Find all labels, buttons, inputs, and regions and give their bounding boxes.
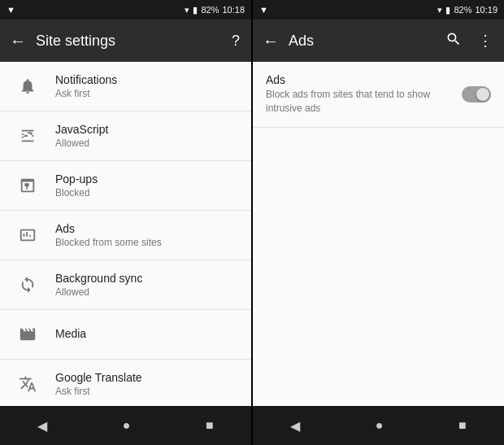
google-translate-icon [13, 369, 42, 399]
status-left: ▼ [7, 5, 15, 15]
popups-text: Pop-ups Blocked [55, 172, 98, 199]
settings-item-google-translate[interactable]: Google Translate Ask first [0, 360, 251, 406]
site-settings-panel: ▼ ▾ ▮ 82% 10:18 ← Site settings ? Notifi… [0, 0, 251, 445]
background-sync-title: Background sync [55, 272, 142, 285]
javascript-icon [13, 121, 42, 151]
back-nav-button-2[interactable]: ◀ [274, 412, 316, 440]
ads-title: Ads [55, 222, 162, 235]
settings-item-media[interactable]: Media [0, 310, 251, 360]
notifications-title: Notifications [55, 73, 117, 86]
media-icon [13, 320, 42, 349]
settings-item-notifications[interactable]: Notifications Ask first [0, 62, 251, 111]
settings-item-popups[interactable]: Pop-ups Blocked [0, 161, 251, 211]
back-button[interactable]: ← [7, 27, 29, 55]
signal-icon: ▼ [7, 5, 15, 15]
notifications-text: Notifications Ask first [55, 73, 117, 99]
ads-content: Ads Block ads from sites that tend to sh… [253, 62, 504, 406]
popups-subtitle: Blocked [55, 187, 98, 199]
recent-nav-button[interactable]: ■ [189, 412, 230, 439]
media-title: Media [55, 327, 86, 340]
settings-list: Notifications Ask first JavaScript Allow… [0, 62, 251, 406]
clock: 10:18 [222, 5, 245, 15]
notifications-subtitle: Ask first [55, 88, 117, 99]
status-left-2: ▼ [259, 5, 268, 15]
background-sync-subtitle: Allowed [55, 286, 142, 298]
settings-item-background-sync[interactable]: Background sync Allowed [0, 260, 251, 310]
ads-toggle[interactable] [462, 86, 491, 103]
nav-bar-left: ◀ ● ■ [0, 406, 251, 445]
ads-setting-title: Ads [266, 73, 449, 86]
ads-panel: ▼ ▾ ▮ 82% 10:19 ← Ads ⋮ Ads Block ads fr… [253, 0, 504, 445]
google-translate-title: Google Translate [55, 371, 142, 384]
popups-title: Pop-ups [55, 172, 98, 185]
ads-page-title: Ads [289, 33, 434, 50]
javascript-title: JavaScript [55, 123, 108, 136]
status-right-2: ▾ ▮ 82% 10:19 [437, 5, 497, 15]
ads-setting-text: Ads Block ads from sites that tend to sh… [266, 73, 449, 116]
ads-top-bar: ← Ads ⋮ [253, 20, 504, 62]
ads-back-button[interactable]: ← [259, 27, 282, 55]
help-icon[interactable]: ? [227, 28, 245, 55]
search-icon[interactable] [441, 26, 467, 56]
notifications-icon [13, 72, 42, 101]
background-sync-text: Background sync Allowed [55, 272, 142, 298]
status-bar-left: ▼ ▾ ▮ 82% 10:18 [0, 0, 251, 20]
popups-icon [13, 171, 42, 200]
ads-subtitle: Blocked from some sites [55, 237, 162, 248]
settings-item-javascript[interactable]: JavaScript Allowed [0, 111, 251, 161]
wifi-icon: ▾ [185, 5, 189, 15]
javascript-subtitle: Allowed [55, 137, 108, 149]
signal-icon-2: ▼ [259, 5, 268, 15]
more-options-icon[interactable]: ⋮ [473, 27, 497, 55]
ads-icon [13, 220, 42, 250]
nav-bar-right: ◀ ● ■ [253, 406, 504, 445]
ads-setting-row[interactable]: Ads Block ads from sites that tend to sh… [253, 62, 504, 128]
status-right: ▾ ▮ 82% 10:18 [185, 5, 245, 15]
recent-nav-button-2[interactable]: ■ [442, 412, 483, 439]
home-nav-button[interactable]: ● [106, 412, 147, 439]
google-translate-subtitle: Ask first [55, 386, 142, 397]
media-text: Media [55, 327, 86, 342]
javascript-text: JavaScript Allowed [55, 123, 108, 149]
battery-percent: 82% [201, 5, 219, 15]
home-nav-button-2[interactable]: ● [359, 412, 400, 439]
battery-icon-2: ▮ [445, 5, 450, 15]
ads-text: Ads Blocked from some sites [55, 222, 162, 248]
google-translate-text: Google Translate Ask first [55, 371, 142, 397]
page-title: Site settings [36, 33, 220, 50]
battery-percent-2: 82% [454, 5, 471, 15]
settings-item-ads[interactable]: Ads Blocked from some sites [0, 211, 251, 260]
wifi-icon-2: ▾ [437, 5, 442, 15]
status-bar-right: ▼ ▾ ▮ 82% 10:19 [253, 0, 504, 20]
battery-icon: ▮ [193, 5, 198, 15]
clock-2: 10:19 [475, 5, 497, 15]
background-sync-icon [13, 270, 42, 299]
back-nav-button[interactable]: ◀ [21, 412, 63, 440]
ads-setting-subtitle: Block ads from sites that tend to show i… [266, 88, 449, 116]
top-bar: ← Site settings ? [0, 20, 251, 62]
